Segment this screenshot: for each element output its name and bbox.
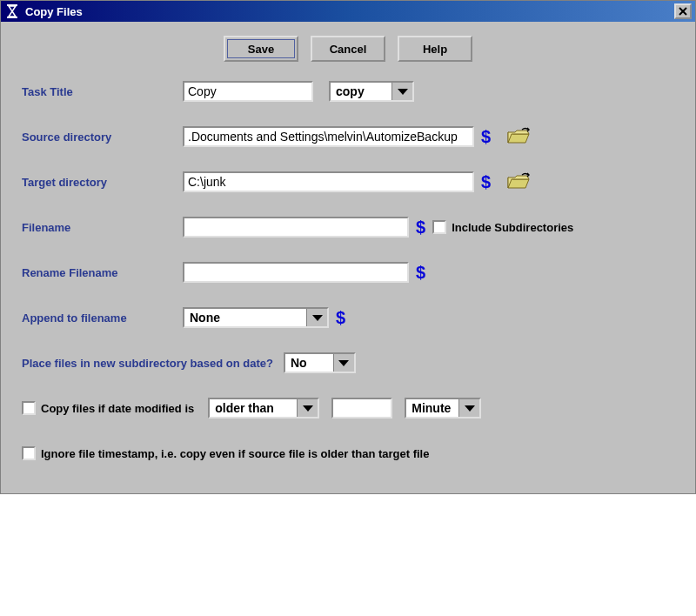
label-source-dir: Source directory: [22, 131, 183, 144]
row-place-subdir: Place files in new subdirectory based on…: [22, 352, 674, 373]
watermark: LO4D.com: [566, 585, 686, 607]
label-date-modified: Copy files if date modified is: [41, 402, 194, 415]
date-comparison-combo[interactable]: older than: [208, 398, 319, 418]
chevron-down-icon[interactable]: [333, 354, 354, 372]
row-task-title: Task Title copy: [22, 81, 674, 102]
append-filename-combo[interactable]: None: [183, 307, 329, 328]
date-modified-checkbox[interactable]: [22, 401, 36, 415]
folder-open-icon[interactable]: [506, 172, 531, 191]
chevron-down-icon[interactable]: [458, 399, 479, 417]
label-include-subdirs: Include Subdirectories: [452, 221, 573, 234]
window-title: Copy Files: [25, 5, 83, 18]
row-ignore-timestamp: Ignore file timestamp, i.e. copy even if…: [22, 443, 674, 464]
save-button[interactable]: Save: [224, 36, 298, 62]
row-append-filename: Append to filename None $: [22, 307, 674, 328]
task-type-value: copy: [331, 83, 392, 100]
dialog-content: Save Cancel Help Task Title copy Source …: [1, 22, 695, 493]
place-subdir-combo[interactable]: No: [284, 352, 356, 373]
ignore-timestamp-checkbox[interactable]: [22, 446, 36, 460]
cancel-button[interactable]: Cancel: [311, 36, 385, 62]
hourglass-icon: [4, 3, 20, 19]
label-rename-filename: Rename Filename: [22, 266, 183, 279]
globe-icon: [566, 586, 586, 606]
row-filename: Filename $ Include Subdirectories: [22, 217, 674, 238]
variable-button-source[interactable]: $: [481, 127, 491, 147]
label-place-subdir: Place files in new subdirectory based on…: [22, 357, 273, 370]
variable-button-target[interactable]: $: [481, 172, 491, 192]
append-filename-value: None: [184, 309, 306, 326]
task-type-combo[interactable]: copy: [329, 81, 414, 102]
label-append-filename: Append to filename: [22, 311, 183, 325]
label-target-dir: Target directory: [22, 176, 183, 189]
label-ignore-timestamp: Ignore file timestamp, i.e. copy even if…: [41, 447, 429, 460]
chevron-down-icon[interactable]: [392, 83, 412, 100]
chevron-down-icon[interactable]: [297, 399, 318, 417]
label-task-title: Task Title: [22, 85, 183, 98]
variable-button-rename[interactable]: $: [416, 263, 425, 283]
row-rename-filename: Rename Filename $: [22, 262, 674, 283]
help-button[interactable]: Help: [398, 36, 472, 62]
place-subdir-value: No: [285, 354, 333, 372]
close-button[interactable]: [674, 3, 692, 19]
watermark-text: LO4D.com: [591, 585, 686, 607]
button-row: Save Cancel Help: [22, 36, 674, 62]
row-date-modified: Copy files if date modified is older tha…: [22, 398, 674, 418]
title-bar: Copy Files: [1, 1, 695, 22]
variable-button-filename[interactable]: $: [416, 218, 425, 238]
rename-filename-input[interactable]: [183, 262, 409, 283]
label-filename: Filename: [22, 221, 183, 234]
row-source-dir: Source directory $: [22, 126, 674, 147]
target-dir-input[interactable]: [183, 171, 474, 192]
date-comparison-value: older than: [210, 399, 297, 417]
date-unit-combo[interactable]: Minute: [405, 398, 481, 418]
dialog-window: Copy Files Save Cancel Help Task Title c…: [0, 0, 696, 494]
filename-input[interactable]: [183, 217, 409, 238]
folder-open-icon[interactable]: [506, 127, 531, 146]
source-dir-input[interactable]: [183, 126, 474, 147]
chevron-down-icon[interactable]: [306, 309, 327, 326]
include-subdirs-checkbox[interactable]: [432, 220, 446, 234]
variable-button-append[interactable]: $: [336, 308, 345, 328]
row-target-dir: Target directory $: [22, 171, 674, 192]
date-unit-value: Minute: [406, 399, 458, 417]
date-amount-input[interactable]: [331, 398, 392, 418]
task-title-input[interactable]: [183, 81, 313, 102]
